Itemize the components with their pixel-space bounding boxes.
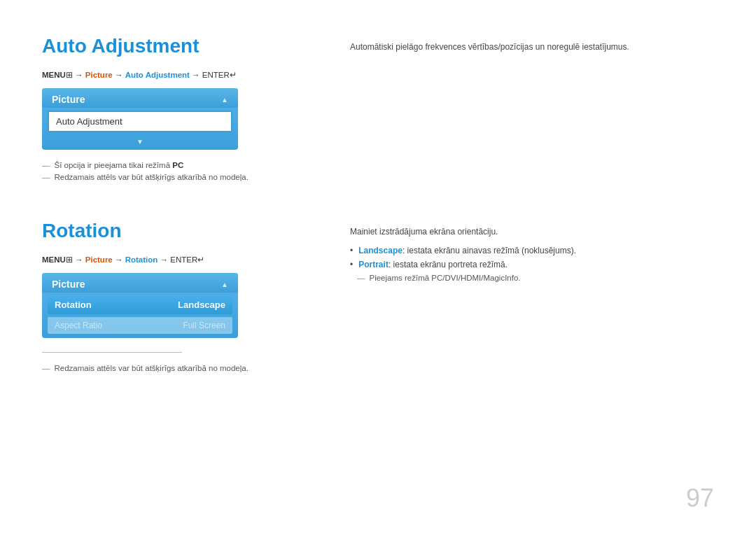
- rotation-left: Rotation MENU⊞ → Picture → Rotation → EN…: [42, 220, 322, 376]
- rotation-notes: Redzamais attēls var būt atšķirīgs atkar…: [42, 364, 322, 372]
- menu-picture-auto: Picture: [85, 71, 113, 79]
- rotation-main-desc: Mainiet izstrādājuma ekrāna orientāciju.: [350, 225, 714, 239]
- rotation-portrait-item: Portrait: iestata ekrānu portreta režīmā…: [350, 260, 714, 269]
- landscape-desc: : iestata ekrānu ainavas režīmā (noklusē…: [402, 246, 576, 255]
- rotation-row: Rotation Landscape: [48, 295, 232, 314]
- menu-icon-auto: ⊞: [66, 71, 73, 79]
- auto-adjustment-title: Auto Adjustment: [42, 35, 322, 57]
- arrow-up-icon-auto: ▲: [221, 96, 228, 104]
- page-number: 97: [686, 484, 714, 513]
- sub-note-text: Pieejams režīmā PC/DVI/HDMI/MagicInfo.: [370, 274, 521, 282]
- portrait-label: Portrait: [358, 260, 388, 269]
- portrait-desc: : iestata ekrānu portreta režīmā.: [388, 260, 507, 269]
- rotation-item-label: Rotation: [55, 300, 92, 310]
- sub-pc: PC: [431, 274, 442, 282]
- rotation-portrait-text: Portrait: iestata ekrānu portreta režīmā…: [358, 260, 507, 269]
- rotation-right: Mainiet izstrādājuma ekrāna orientāciju.…: [350, 220, 714, 376]
- auto-note-1-text: Šī opcija ir pieejama tikai režīmā PC: [55, 161, 184, 169]
- auto-adjustment-left: Auto Adjustment MENU⊞ → Picture → Auto A…: [42, 35, 322, 185]
- page-container: Auto Adjustment MENU⊞ → Picture → Auto A…: [0, 0, 756, 534]
- picture-box-header-auto: Picture ▲: [42, 88, 238, 108]
- rotation-section: Rotation MENU⊞ → Picture → Rotation → EN…: [42, 220, 714, 376]
- menu-icon-rotation: ⊞: [66, 255, 73, 264]
- picture-box-header-rotation: Picture ▲: [42, 273, 238, 293]
- rotation-landscape-text: Landscape: iestata ekrānu ainavas režīmā…: [358, 246, 576, 255]
- auto-note-1: Šī opcija ir pieejama tikai režīmā PC: [42, 161, 322, 169]
- rotation-sub-note: Pieejams režīmā PC/DVI/HDMI/MagicInfo.: [357, 274, 714, 282]
- rotation-note-bottom: Redzamais attēls var būt atšķirīgs atkar…: [42, 364, 322, 372]
- sub-dvi: DVI: [445, 274, 458, 282]
- auto-adjustment-right: Automātiski pielägo frekvences vērtības/…: [350, 35, 714, 185]
- aspect-row: Aspect Ratio Full Screen: [48, 317, 232, 334]
- picture-label-auto: Picture: [52, 94, 85, 105]
- menu-prefix-rotation: MENU: [42, 255, 66, 264]
- auto-note-2: Redzamais attēls var būt atšķirīgs atkar…: [42, 173, 322, 181]
- rotation-picture-box: Picture ▲ Rotation Landscape Aspect Rati…: [42, 273, 238, 338]
- arrow-up-icon-rotation: ▲: [221, 281, 228, 288]
- menu-autoadj: Auto Adjustment: [125, 71, 190, 79]
- picture-box-footer-auto: ▼: [42, 135, 238, 150]
- landscape-label: Landscape: [358, 246, 402, 255]
- auto-adjustment-section: Auto Adjustment MENU⊞ → Picture → Auto A…: [42, 35, 714, 185]
- rotation-landscape-item: Landscape: iestata ekrānu ainavas režīmā…: [350, 246, 714, 255]
- rotation-item-value: Landscape: [178, 300, 225, 310]
- aspect-value: Full Screen: [183, 321, 225, 330]
- rotation-menu-path: MENU⊞ → Picture → Rotation → ENTER↵: [42, 255, 322, 265]
- aspect-label: Aspect Ratio: [55, 321, 102, 330]
- rotation-title: Rotation: [42, 220, 322, 242]
- auto-adjustment-menu-path: MENU⊞ → Picture → Auto Adjustment → ENTE…: [42, 70, 322, 80]
- auto-adjustment-description: Automātiski pielägo frekvences vērtības/…: [350, 41, 714, 54]
- picture-label-rotation: Picture: [52, 279, 85, 290]
- auto-adjustment-item: Auto Adjustment: [48, 111, 232, 132]
- divider: [42, 352, 182, 353]
- arrow-down-icon-auto: ▼: [136, 138, 144, 146]
- auto-adjustment-notes: Šī opcija ir pieejama tikai režīmā PC Re…: [42, 161, 322, 181]
- sub-magic: MagicInfo: [484, 274, 519, 282]
- menu-rotation-highlight: Rotation: [125, 255, 158, 264]
- menu-prefix-auto: MENU: [42, 71, 66, 79]
- sub-hdmi: HDMI: [461, 274, 481, 282]
- rotation-desc-list: Landscape: iestata ekrānu ainavas režīmā…: [350, 246, 714, 269]
- auto-adjustment-picture-box: Picture ▲ Auto Adjustment ▼: [42, 88, 238, 150]
- menu-picture-rotation: Picture: [85, 255, 113, 264]
